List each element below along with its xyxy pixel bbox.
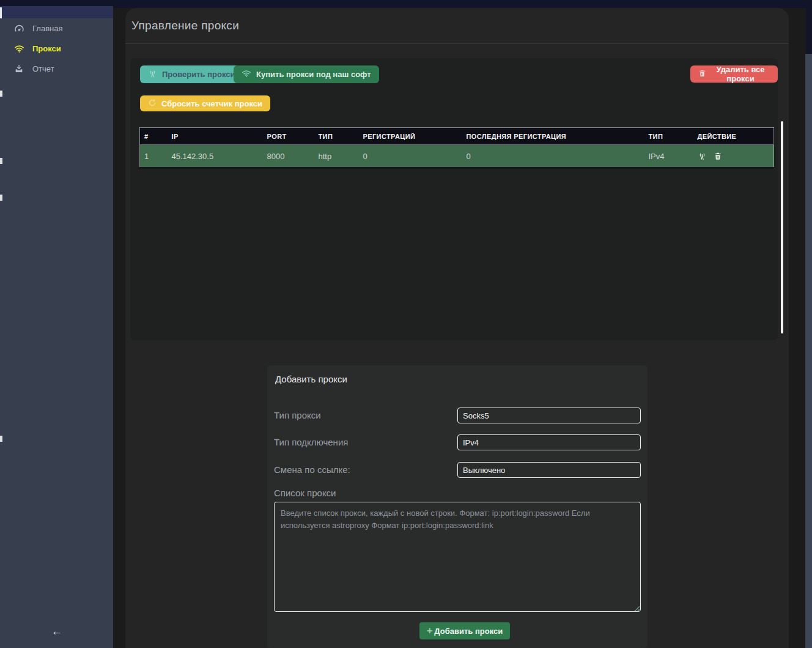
proxy-list-card: Проверить прокси Купить прокси под наш с… (130, 58, 778, 340)
reset-counter-label: Сбросить счетчик прокси (161, 99, 262, 108)
sidebar-collapse-button[interactable]: ← (43, 625, 71, 638)
sidebar-item-report-label: Отчет (32, 64, 54, 73)
edge-tick (0, 436, 2, 442)
sidebar-item-proxies-label: Прокси (32, 44, 61, 53)
trash-icon (698, 69, 706, 79)
sidebar-top-sliver (0, 7, 2, 18)
cell-port: 8000 (263, 145, 314, 168)
wifi-icon (242, 69, 251, 80)
add-proxy-button[interactable]: + Добавить прокси (419, 622, 510, 639)
antenna-icon (148, 69, 157, 80)
col-header-action: ДЕЙСТВИЕ (693, 128, 774, 145)
link-rotation-label: Смена по ссылке: (274, 464, 350, 475)
check-proxies-label: Проверить прокси (162, 70, 235, 79)
dashboard-icon (14, 23, 24, 34)
resize-grip-icon[interactable] (633, 603, 640, 611)
sidebar-item-proxies[interactable]: Прокси (0, 40, 113, 56)
download-icon (14, 64, 24, 74)
proxy-type-select[interactable] (457, 408, 641, 423)
connection-type-select[interactable] (457, 434, 641, 450)
table-header-row: # IP PORT ТИП РЕГИСТРАЦИЙ ПОСЛЕДНЯЯ РЕГИ… (140, 128, 774, 145)
cell-ip-version: IPv4 (644, 145, 693, 168)
table-row[interactable]: 1 45.142.30.5 8000 http 0 0 IPv4 (140, 145, 774, 168)
sidebar-item-report[interactable]: Отчет (0, 61, 113, 76)
col-header-ip: IP (168, 128, 263, 145)
cell-index: 1 (140, 145, 168, 168)
page-title: Управление прокси (131, 19, 239, 32)
col-header-index: # (140, 128, 168, 145)
edge-tick (0, 195, 2, 201)
col-header-ip-version: ТИП (644, 128, 693, 145)
cell-registrations: 0 (359, 145, 462, 168)
check-proxy-icon[interactable] (698, 152, 707, 161)
cell-last-registration: 0 (462, 145, 644, 168)
proxy-table: # IP PORT ТИП РЕГИСТРАЦИЙ ПОСЛЕДНЯЯ РЕГИ… (139, 127, 774, 169)
buy-proxies-button[interactable]: Купить прокси под наш софт (234, 65, 379, 83)
card-scrollbar[interactable] (781, 121, 783, 333)
title-divider (125, 43, 789, 44)
plus-icon: + (427, 625, 432, 636)
buy-proxies-label: Купить прокси под наш софт (256, 70, 371, 79)
add-proxy-button-label: Добавить прокси (434, 627, 503, 636)
add-proxy-title: Добавить прокси (275, 374, 347, 384)
add-proxy-panel: Добавить прокси Тип прокси Тип подключен… (267, 365, 648, 648)
sidebar-top-band (0, 6, 113, 18)
proxy-type-label: Тип прокси (274, 410, 321, 420)
app-root: Управление прокси Проверить прокси (0, 0, 812, 648)
proxy-list-label: Список прокси (274, 488, 336, 498)
delete-proxy-icon[interactable] (714, 152, 723, 161)
delete-all-proxies-label: Удалить все прокси (711, 65, 770, 83)
edge-tick (0, 91, 2, 97)
refresh-circle-icon (148, 99, 157, 109)
link-rotation-select[interactable] (457, 462, 641, 478)
col-header-last-registration: ПОСЛЕДНЯЯ РЕГИСТРАЦИЯ (462, 128, 644, 145)
col-header-registrations: РЕГИСТРАЦИЙ (359, 128, 462, 145)
cell-actions (693, 145, 774, 168)
check-proxies-button[interactable]: Проверить прокси (140, 65, 243, 83)
edge-tick (0, 158, 2, 164)
proxy-list-textarea[interactable] (274, 502, 641, 612)
page-scrollbar[interactable] (805, 54, 812, 648)
sidebar-item-home[interactable]: Главная (0, 20, 113, 36)
wifi-icon (14, 43, 24, 54)
connection-type-label: Тип подключения (274, 437, 348, 447)
main-panel: Управление прокси Проверить прокси (125, 8, 789, 648)
cell-ip: 45.142.30.5 (168, 145, 263, 168)
col-header-type: ТИП (314, 128, 359, 145)
col-header-port: PORT (263, 128, 314, 145)
sidebar: Главная Прокси Отчет ← (0, 18, 113, 648)
sidebar-item-home-label: Главная (32, 24, 62, 33)
cell-proxy-type: http (314, 145, 359, 168)
reset-counter-button[interactable]: Сбросить счетчик прокси (140, 95, 270, 111)
delete-all-proxies-button[interactable]: Удалить все прокси (690, 65, 778, 83)
